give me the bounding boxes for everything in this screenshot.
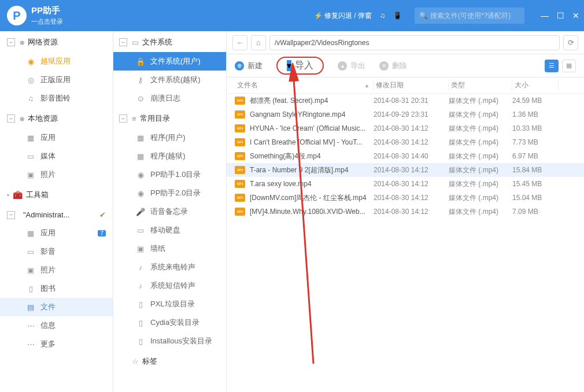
tree-item[interactable]: ▣墙纸 (113, 239, 226, 258)
file-size: 15.84 MB (512, 166, 559, 174)
file-name: 都漂亮 (feat. Secret).mp4 (250, 96, 374, 106)
sidebar-item[interactable]: ⋯更多 (0, 335, 113, 353)
app-subtitle[interactable]: 一点击登录 (31, 17, 63, 26)
col-date[interactable]: 修改日期 (374, 80, 449, 90)
home-button[interactable]: ⌂ (251, 35, 266, 50)
file-row[interactable]: Gangnam StyleYRingtone.mp4 2014-09-29 23… (227, 108, 584, 121)
file-date: 2014-08-30 14:12 (374, 138, 449, 146)
sidebar-item[interactable]: ▦应用7 (0, 224, 113, 242)
col-name[interactable]: 文件名 ▲ (235, 80, 374, 90)
search-input[interactable]: 🔍 搜索文件(可使用*?通配符) (415, 8, 524, 24)
mp4-icon (235, 97, 245, 105)
file-row[interactable]: HYUNA - 'Ice Cream' (Official Music... 2… (227, 121, 584, 135)
tree-item[interactable]: ▭移动硬盘 (113, 221, 226, 239)
file-date: 2014-09-29 23:31 (374, 110, 449, 119)
file-type: 媒体文件 (.mp4) (449, 124, 512, 134)
mp4-icon (235, 152, 245, 160)
sidebar-group-header[interactable]: −"Administrat...✔ (0, 205, 113, 224)
file-row[interactable]: 都漂亮 (feat. Secret).mp4 2014-08-31 20:31 … (227, 94, 584, 108)
music-icon[interactable]: ♫ (380, 12, 385, 20)
sidebar-item[interactable]: ▤文件 (0, 298, 113, 316)
col-type[interactable]: 类型 (449, 80, 512, 90)
toolbar: ⊕ 新建 ▾ 导入 ▴ 导出 ✕ 删除 ☰ ▦ (227, 54, 584, 77)
file-list-header: 文件名 ▲ 修改日期 类型 大小 (227, 77, 584, 94)
window-buttons: — ☐ ✕ (541, 11, 579, 20)
file-name: [DownMV.com]周杰伦 - 红尘客栈.mp4 (250, 193, 374, 203)
repair-link[interactable]: ⚡ 修复闪退 / 弹窗 (314, 11, 372, 21)
delete-button[interactable]: ✕ 删除 (379, 61, 407, 71)
tree-item[interactable]: ▦程序(越狱) (113, 147, 226, 165)
file-row[interactable]: [DownMV.com]周杰伦 - 红尘客栈.mp4 2014-08-30 14… (227, 191, 584, 205)
file-size: 15.04 MB (512, 194, 559, 202)
tree-item[interactable]: ◉PP助手1.0目录 (113, 165, 226, 184)
back-button[interactable]: ← (232, 35, 247, 50)
file-name: [MV]4.Minute.Why.1080i.XVID-Web... (250, 208, 374, 216)
tree-item[interactable]: ⚷文件系统(越狱) (113, 71, 226, 89)
file-row[interactable]: Something(高)4段.mp4 2014-08-30 14:40 媒体文件… (227, 149, 584, 163)
file-date: 2014-08-31 20:31 (374, 97, 449, 105)
sidebar-item[interactable]: ▭媒体 (0, 147, 113, 165)
refresh-button[interactable]: ⟳ (563, 35, 578, 50)
file-type: 媒体文件 (.mp4) (449, 179, 512, 189)
tree-item[interactable]: ♪系统短信铃声 (113, 276, 226, 295)
file-row[interactable]: T.ara sexy love.mp4 2014-08-30 14:12 媒体文… (227, 177, 584, 191)
tree-item[interactable]: ▯Cydia安装目录 (113, 313, 226, 332)
sidebar-item[interactable]: ⋯信息 (0, 316, 113, 335)
sidebar-group-header[interactable]: −⎈本地资源 (0, 108, 113, 128)
path-bar: ← ⌂ /vWallpaper2/VideosRingtones ⟳ (227, 31, 584, 54)
tree-item[interactable]: ▯PXL垃圾目录 (113, 295, 226, 313)
tree-item[interactable]: ▦程序(用户) (113, 128, 226, 147)
view-toggle: ☰ ▦ (545, 60, 576, 72)
sort-arrow-icon: ▲ (364, 83, 369, 88)
tree-section-header[interactable]: −▭文件系统 (113, 31, 226, 52)
close-button[interactable]: ✕ (572, 11, 579, 20)
mp4-icon (235, 208, 245, 216)
sidebar-item[interactable]: ◎正版应用 (0, 71, 113, 89)
tree-section-header[interactable]: −≡常用目录 (113, 108, 226, 128)
tree-item[interactable]: ◉PP助手2.0目录 (113, 184, 226, 202)
import-button[interactable]: ▾ 导入 (276, 57, 324, 75)
phone-icon[interactable]: 📱 (393, 12, 402, 20)
titlebar: P PP助手 一点击登录 ⚡ 修复闪退 / 弹窗 ♫ 📱 🔍 搜索文件(可使用*… (0, 0, 584, 31)
file-name: HYUNA - 'Ice Cream' (Official Music... (250, 124, 374, 132)
tree-item[interactable]: 🎤语音备忘录 (113, 202, 226, 221)
sidebar-item[interactable]: ▣照片 (0, 165, 113, 184)
tree-item[interactable]: ⊙崩溃日志 (113, 89, 226, 108)
minimize-button[interactable]: — (541, 11, 549, 20)
file-row[interactable]: T-ara - Number 9 2[超清版].mp4 2014-08-30 1… (227, 163, 584, 177)
file-type: 媒体文件 (.mp4) (449, 207, 512, 217)
file-row[interactable]: [MV]4.Minute.Why.1080i.XVID-Web... 2014-… (227, 205, 584, 219)
file-row[interactable]: I Can't Breathe [Official MV] - YouT... … (227, 135, 584, 149)
maximize-button[interactable]: ☐ (557, 11, 564, 20)
file-list: 都漂亮 (feat. Secret).mp4 2014-08-31 20:31 … (227, 94, 584, 219)
mp4-icon (235, 110, 245, 119)
col-size[interactable]: 大小 (512, 80, 559, 90)
sidebar-item[interactable]: ◉越狱应用 (0, 52, 113, 71)
tree-item[interactable]: ♪系统来电铃声 (113, 258, 226, 276)
sidebar-item[interactable]: ▣照片 (0, 261, 113, 279)
sidebar-group-header[interactable]: •🧰工具箱 (0, 184, 113, 205)
grid-view-button[interactable]: ▦ (562, 60, 576, 72)
file-date: 2014-08-30 14:40 (374, 152, 449, 160)
main-area: −⎈网络资源◉越狱应用◎正版应用♫影音图铃−⎈本地资源▦应用▭媒体▣照片•🧰工具… (0, 31, 584, 392)
file-size: 15.45 MB (512, 180, 559, 188)
search-placeholder: 搜索文件(可使用*?通配符) (430, 11, 511, 21)
sidebar-item[interactable]: ♫影音图铃 (0, 89, 113, 108)
sidebar-item[interactable]: ▭影音 (0, 242, 113, 261)
mp4-icon (235, 124, 245, 132)
sidebar-tree: −▭文件系统🔒文件系统(用户)⚷文件系统(越狱)⊙崩溃日志−≡常用目录▦程序(用… (113, 31, 227, 392)
tree-section-header[interactable]: ☆标签 (113, 350, 226, 371)
tree-item[interactable]: 🔒文件系统(用户) (113, 52, 226, 71)
sidebar-item[interactable]: ▯图书 (0, 279, 113, 298)
new-button[interactable]: ⊕ 新建 (235, 61, 263, 71)
list-view-button[interactable]: ☰ (545, 60, 559, 72)
new-icon: ⊕ (235, 61, 244, 71)
file-type: 媒体文件 (.mp4) (449, 165, 512, 175)
export-icon: ▴ (338, 61, 347, 71)
tree-item[interactable]: ▯Installous安装目录 (113, 332, 226, 350)
path-input[interactable]: /vWallpaper2/VideosRingtones (269, 35, 560, 50)
export-button[interactable]: ▴ 导出 (338, 61, 365, 71)
sidebar-group-header[interactable]: −⎈网络资源 (0, 31, 113, 52)
file-date: 2014-08-30 14:12 (374, 208, 449, 216)
sidebar-item[interactable]: ▦应用 (0, 128, 113, 147)
